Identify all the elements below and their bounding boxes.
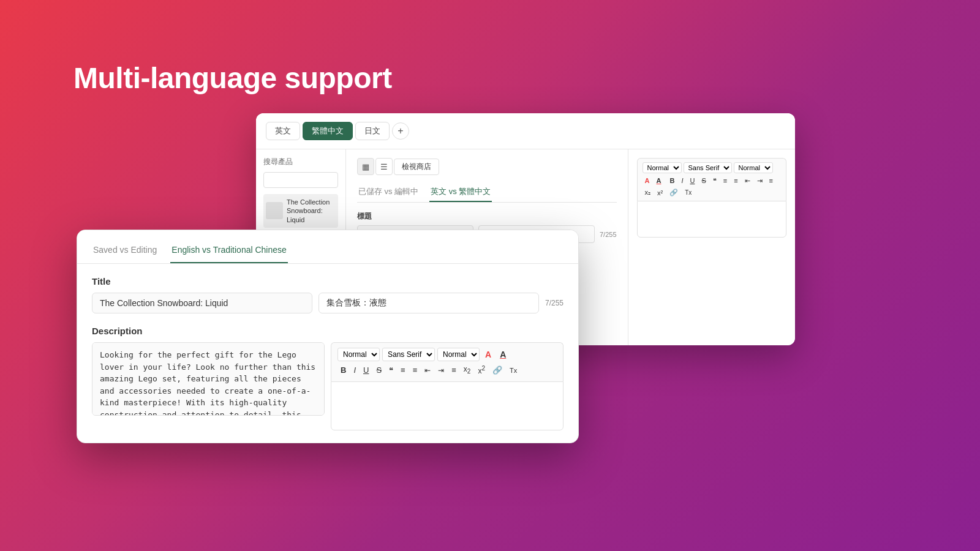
indent-inc-button[interactable]: ⇥ — [435, 364, 447, 377]
tab-zh[interactable]: 繁體中文 — [303, 122, 353, 140]
title-row: 7/255 — [92, 293, 564, 313]
link-button[interactable]: 🔗 — [489, 364, 505, 377]
back-card-tab-bar: 英文 繁體中文 日文 + — [256, 113, 795, 149]
back-underline-button[interactable]: U — [687, 176, 697, 185]
description-left — [92, 342, 325, 430]
back-color-a2: A — [654, 176, 663, 185]
align-button[interactable]: ≡ — [448, 364, 459, 377]
tab-en-zh-front[interactable]: English vs Traditional Chinese — [170, 240, 288, 263]
italic-button[interactable]: I — [350, 364, 359, 377]
back-subscript: x₂ — [643, 188, 654, 197]
back-editor-toolbar: Normal Sans Serif Normal A A B I U S ❝ — [637, 158, 786, 201]
description-row: Normal Sans Serif Normal A A B I U S — [92, 342, 564, 430]
front-tabs: Saved vs Editing English vs Traditional … — [77, 230, 578, 264]
tab-en[interactable]: 英文 — [266, 122, 300, 140]
font-select[interactable]: Sans Serif — [382, 348, 435, 361]
list-ol-button[interactable]: ≡ — [398, 364, 409, 377]
color-a-icon: A — [482, 348, 494, 361]
style-select[interactable]: Normal — [337, 348, 380, 361]
view-icons-bar: ▦ ☰ 檢視商店 — [357, 158, 617, 175]
list-ul-button[interactable]: ≡ — [410, 364, 421, 377]
description-section-label: Description — [92, 326, 564, 336]
search-input[interactable] — [263, 172, 338, 188]
bold-button[interactable]: B — [337, 364, 349, 377]
back-indent-inc-button[interactable]: ⇥ — [755, 176, 765, 186]
back-font-select[interactable]: Sans Serif — [684, 162, 732, 173]
description-right: Normal Sans Serif Normal A A B I U S — [331, 342, 564, 430]
grid-view-button[interactable]: ▦ — [357, 158, 374, 175]
back-strike-button[interactable]: S — [699, 176, 708, 185]
back-size-select[interactable]: Normal — [734, 162, 773, 173]
back-clear-button[interactable]: Tx — [682, 189, 694, 197]
sidebar-item[interactable]: The Collection Snowboard: Liquid — [263, 194, 338, 228]
tab-ja[interactable]: 日文 — [355, 122, 390, 140]
search-label: 搜尋產品 — [263, 157, 338, 167]
back-link-button[interactable]: 🔗 — [667, 188, 680, 197]
title-char-count: 7/255 — [545, 299, 564, 307]
strike-button[interactable]: S — [373, 364, 385, 377]
front-body: Title 7/255 Description Normal Sans Seri… — [77, 264, 578, 443]
title-section-label: Title — [92, 276, 564, 287]
back-rich-editor: Normal Sans Serif Normal A A B I U S ❝ — [628, 149, 795, 345]
back-quote-button[interactable]: ❝ — [710, 176, 719, 186]
back-bold-button[interactable]: B — [667, 176, 677, 185]
size-select[interactable]: Normal — [437, 348, 480, 361]
view-store-button[interactable]: 檢視商店 — [394, 159, 439, 175]
title-cn-field[interactable] — [318, 293, 539, 313]
back-superscript: x² — [655, 189, 665, 197]
rich-editor-content[interactable] — [331, 381, 564, 430]
clear-format-button[interactable]: Tx — [507, 364, 520, 377]
back-style-select[interactable]: Normal — [643, 162, 682, 173]
toolbar-row2: B I U S ❝ ≡ ≡ ⇤ ⇥ ≡ x2 x2 🔗 Tx — [337, 364, 557, 377]
front-card: Saved vs Editing English vs Traditional … — [77, 230, 579, 443]
back-list-ul-button[interactable]: ≡ — [731, 176, 740, 185]
add-language-button[interactable]: + — [392, 122, 409, 140]
indent-dec-button[interactable]: ⇤ — [421, 364, 434, 377]
underline-button[interactable]: U — [360, 364, 372, 377]
title-en-field[interactable] — [92, 293, 312, 313]
quote-button[interactable]: ❝ — [386, 364, 396, 377]
back-color-a: A — [643, 176, 652, 185]
back-editor-content[interactable] — [637, 201, 786, 238]
tab-saved-editing[interactable]: 已儲存 vs 編輯中 — [357, 182, 420, 202]
description-en-textarea[interactable] — [92, 342, 325, 416]
product-name: The Collection Snowboard: Liquid — [287, 198, 336, 224]
tab-saved-editing-front[interactable]: Saved vs Editing — [92, 240, 158, 263]
back-indent-dec-button[interactable]: ⇤ — [742, 176, 753, 186]
tab-en-zh[interactable]: 英文 vs 繁體中文 — [429, 182, 492, 202]
back-list-ol-button[interactable]: ≡ — [721, 176, 729, 185]
superscript-btn[interactable]: x2 — [475, 364, 488, 377]
color-a2-icon: A — [497, 348, 509, 361]
title-field-label: 標題 — [357, 211, 617, 222]
back-italic-button[interactable]: I — [679, 176, 685, 185]
back-align-button[interactable]: ≡ — [767, 176, 775, 185]
rich-editor-toolbar: Normal Sans Serif Normal A A B I U S — [331, 342, 564, 381]
back-content-tabs: 已儲存 vs 編輯中 英文 vs 繁體中文 — [357, 182, 617, 203]
list-view-button[interactable]: ☰ — [375, 158, 393, 175]
product-thumbnail — [266, 202, 283, 219]
page-title: Multi-language support — [74, 61, 392, 95]
subscript-btn[interactable]: x2 — [461, 364, 474, 377]
char-count: 7/255 — [600, 231, 617, 238]
